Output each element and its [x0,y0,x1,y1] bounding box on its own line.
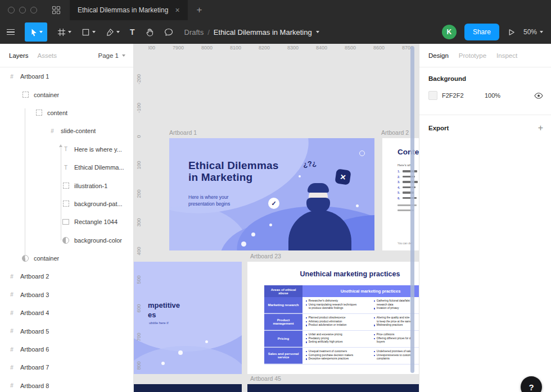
layer-row-ethical-dilemma-[interactable]: TEthical Dilemma... [0,158,133,176]
canvas[interactable]: Artboard 1 Ethical Dilemmas in Marketing… [134,44,419,392]
layer-label: Rectangle 1044 [74,218,118,225]
table-cell: Planned product obsolescenceArbitrary pr… [302,314,371,330]
layer-row-artboard-5[interactable]: #Artboard 5 [0,322,133,340]
bullet-marker-icon [374,355,375,356]
artboard-dark-left[interactable] [134,384,242,392]
tab-assets[interactable]: Assets [38,52,57,59]
layer-row-artboard-7[interactable]: #Artboard 7 [0,358,133,376]
h-ruler-number: 8500 [345,45,356,51]
share-button[interactable]: Share [464,24,499,40]
pen-tool-icon [106,28,114,37]
move-tool-button[interactable] [25,22,47,42]
window-zoom-icon[interactable] [30,7,37,13]
ellipse-layer-icon [62,237,70,244]
layer-row-artboard-3[interactable]: #Artboard 3 [0,286,133,304]
layer-row-content[interactable]: content [0,104,133,122]
frame-tool-button[interactable] [57,28,71,37]
artboard-2-label[interactable]: Artboard 2 [381,129,409,136]
file-tab-title: Ethical Dilemmas in Marketing [78,6,168,14]
frame-layer-icon: # [8,382,16,389]
chevron-down-icon[interactable] [316,31,319,33]
artboard-1[interactable]: Ethical Dilemmas in Marketing Here is wh… [169,138,374,250]
frame-tool-icon [57,28,66,37]
bullet-line: Arbitrary product elimination [306,320,369,324]
layers-panel-header: Layers Assets Page 1 [0,44,133,67]
breadcrumb-folder[interactable]: Drafts [184,28,204,37]
layer-label: Artboard 8 [20,382,49,389]
zoom-control[interactable]: 50% [523,28,543,36]
layer-row-here-is-where-y-[interactable]: THere is where y... [0,140,133,158]
h-ruler-number: 8100 [230,45,241,51]
app-grid-icon[interactable] [52,6,61,15]
canvas-scrollbar[interactable] [410,46,414,373]
text-layer-icon: T [62,165,70,171]
window-close-icon[interactable] [8,7,15,13]
group-layer-icon [62,200,70,207]
artboard-1-label[interactable]: Artboard 1 [169,129,197,136]
tab-design[interactable]: Design [428,52,449,59]
add-export-icon[interactable]: + [538,123,543,133]
tab-layers[interactable]: Layers [9,52,29,59]
page-selector-label: Page 1 [98,52,119,59]
present-icon[interactable] [507,28,516,37]
table-row: Product managementPlanned product obsole… [264,314,419,331]
layer-label: Artboard 1 [20,73,49,80]
layer-row-illustration-1[interactable]: illustration-1 [0,176,133,194]
new-tab-icon[interactable]: + [197,4,202,16]
h-ruler-number: 8400 [316,45,327,51]
bullet-line: Product adulteration or imitation [306,323,369,327]
layer-row-artboard-1[interactable]: #Artboard 1 [0,67,133,85]
artboard-45-label[interactable]: Artboard 45 [250,375,281,382]
layer-row-container[interactable]: container [0,85,133,103]
table-row-label: Pricing [264,331,302,347]
shape-tool-button[interactable] [82,28,96,37]
comment-tool-button[interactable] [164,28,173,37]
breadcrumb-file-name[interactable]: Ethical Dilemmas in Marketing [214,28,312,37]
h-ruler-number: 8200 [259,45,270,51]
layer-row-artboard-4[interactable]: #Artboard 4 [0,304,133,322]
background-section-title: Background [428,75,543,82]
color-hex-value[interactable]: F2F2F2 [442,92,475,99]
bullet-line: Planned product obsolescence [306,316,369,320]
bullet-marker-icon [306,321,307,322]
layer-row-container[interactable]: container [0,249,133,267]
background-color-row: F2F2F2 100% [428,91,543,100]
layer-row-background-color[interactable]: background-color [0,231,133,249]
zoom-value: 50% [523,28,537,36]
illustration-man-hair [308,183,329,193]
artboard-23[interactable]: Unethical marketing practices Areas of e… [247,262,419,374]
tab-inspect[interactable]: Inspect [496,52,517,59]
bullet-marker-icon [306,351,307,352]
contents-list-item: 3. [398,180,418,184]
file-tab[interactable]: Ethical Dilemmas in Marketing × [70,0,188,20]
layer-row-artboard-6[interactable]: #Artboard 6 [0,340,133,358]
layer-row-rectangle-1044[interactable]: Rectangle 1044 [0,213,133,231]
table-cell: Researcher's dishonestyUsing manipulatin… [302,297,371,313]
layer-row-background-pat-[interactable]: background-pat... [0,195,133,213]
tab-prototype[interactable]: Prototype [459,52,486,59]
frame-layer-icon: # [8,274,16,280]
layer-row-slide-content[interactable]: #slide-content [0,122,133,140]
illustration-man-beard [306,198,330,212]
bullet-marker-icon [374,351,375,352]
pen-tool-button[interactable] [106,28,120,37]
layer-row-artboard-8[interactable]: #Artboard 8 [0,377,133,392]
color-opacity-value[interactable]: 100% [485,92,500,99]
layer-label: container [34,92,59,98]
export-section: Export + [419,115,551,140]
tab-close-icon[interactable]: × [175,6,179,15]
menu-icon[interactable] [0,20,21,44]
artboard-dark-main[interactable] [247,384,419,392]
text-tool-button[interactable]: T [130,28,135,37]
bullet-marker-icon [306,355,307,356]
layer-row-artboard-2[interactable]: #Artboard 2 [0,267,133,285]
x-badge-icon: ✕ [335,168,351,185]
color-swatch[interactable] [428,91,437,100]
page-selector[interactable]: Page 1 [98,52,125,59]
hand-tool-button[interactable] [145,28,154,37]
artboard-23-label[interactable]: Artboard 23 [250,253,281,259]
avatar[interactable]: K [442,25,457,39]
visibility-eye-icon[interactable] [534,92,543,99]
window-minimize-icon[interactable] [19,7,26,13]
artboard-partial-left[interactable]: mpetitive es ubtitle here if [134,262,242,374]
